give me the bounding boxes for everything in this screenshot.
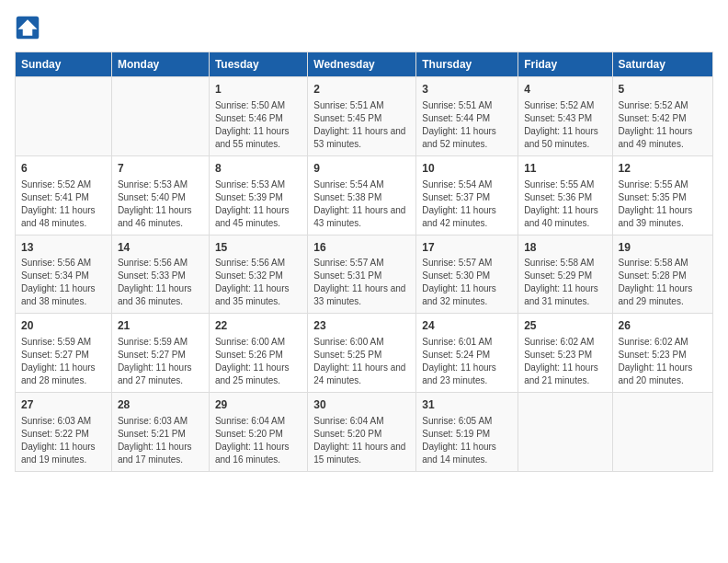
- day-number: 18: [524, 240, 606, 256]
- calendar-cell: 10Sunrise: 5:54 AM Sunset: 5:37 PM Dayli…: [416, 155, 518, 235]
- day-number: 16: [313, 240, 410, 256]
- day-info: Sunrise: 5:52 AM Sunset: 5:42 PM Dayligh…: [619, 99, 707, 151]
- calendar-cell: [16, 77, 112, 156]
- logo: [15, 15, 44, 40]
- column-header-monday: Monday: [111, 52, 209, 77]
- day-number: 8: [215, 161, 301, 177]
- day-number: 10: [422, 161, 512, 177]
- day-info: Sunrise: 6:02 AM Sunset: 5:23 PM Dayligh…: [524, 336, 606, 387]
- calendar-cell: 6Sunrise: 5:52 AM Sunset: 5:41 PM Daylig…: [16, 155, 112, 235]
- calendar-cell: 5Sunrise: 5:52 AM Sunset: 5:42 PM Daylig…: [612, 77, 712, 156]
- day-number: 21: [118, 318, 203, 334]
- day-number: 17: [422, 240, 512, 256]
- calendar-cell: 24Sunrise: 6:01 AM Sunset: 5:24 PM Dayli…: [416, 314, 518, 393]
- day-info: Sunrise: 6:04 AM Sunset: 5:20 PM Dayligh…: [215, 415, 301, 466]
- day-info: Sunrise: 5:50 AM Sunset: 5:46 PM Dayligh…: [215, 99, 301, 151]
- calendar-cell: [612, 393, 712, 472]
- day-number: 4: [524, 82, 606, 98]
- day-info: Sunrise: 5:56 AM Sunset: 5:32 PM Dayligh…: [215, 257, 301, 308]
- day-number: 9: [313, 161, 410, 177]
- calendar-cell: 16Sunrise: 5:57 AM Sunset: 5:31 PM Dayli…: [308, 235, 416, 314]
- calendar-cell: 13Sunrise: 5:56 AM Sunset: 5:34 PM Dayli…: [16, 235, 112, 314]
- day-info: Sunrise: 5:51 AM Sunset: 5:44 PM Dayligh…: [422, 99, 512, 151]
- day-info: Sunrise: 5:58 AM Sunset: 5:29 PM Dayligh…: [524, 257, 606, 308]
- column-header-sunday: Sunday: [16, 52, 112, 77]
- day-info: Sunrise: 5:56 AM Sunset: 5:33 PM Dayligh…: [118, 257, 203, 308]
- day-info: Sunrise: 5:52 AM Sunset: 5:41 PM Dayligh…: [21, 178, 106, 230]
- calendar-cell: 22Sunrise: 6:00 AM Sunset: 5:26 PM Dayli…: [209, 314, 307, 393]
- calendar-cell: 17Sunrise: 5:57 AM Sunset: 5:30 PM Dayli…: [416, 235, 518, 314]
- day-info: Sunrise: 5:59 AM Sunset: 5:27 PM Dayligh…: [118, 336, 203, 387]
- day-number: 29: [215, 397, 301, 413]
- day-number: 20: [21, 318, 106, 334]
- calendar-week-row: 27Sunrise: 6:03 AM Sunset: 5:22 PM Dayli…: [16, 393, 713, 472]
- day-info: Sunrise: 5:57 AM Sunset: 5:30 PM Dayligh…: [422, 257, 512, 308]
- calendar-cell: 27Sunrise: 6:03 AM Sunset: 5:22 PM Dayli…: [16, 393, 112, 472]
- calendar-cell: 26Sunrise: 6:02 AM Sunset: 5:23 PM Dayli…: [612, 314, 712, 393]
- calendar-cell: 30Sunrise: 6:04 AM Sunset: 5:20 PM Dayli…: [308, 393, 416, 472]
- day-info: Sunrise: 5:55 AM Sunset: 5:36 PM Dayligh…: [524, 178, 606, 230]
- day-number: 27: [21, 397, 106, 413]
- day-info: Sunrise: 6:03 AM Sunset: 5:22 PM Dayligh…: [21, 415, 106, 466]
- column-header-wednesday: Wednesday: [308, 52, 416, 77]
- day-info: Sunrise: 6:05 AM Sunset: 5:19 PM Dayligh…: [422, 415, 512, 466]
- day-info: Sunrise: 5:53 AM Sunset: 5:39 PM Dayligh…: [215, 178, 301, 230]
- calendar-cell: 25Sunrise: 6:02 AM Sunset: 5:23 PM Dayli…: [518, 314, 612, 393]
- calendar-cell: 8Sunrise: 5:53 AM Sunset: 5:39 PM Daylig…: [209, 155, 307, 235]
- calendar-week-row: 20Sunrise: 5:59 AM Sunset: 5:27 PM Dayli…: [16, 314, 713, 393]
- calendar-cell: 1Sunrise: 5:50 AM Sunset: 5:46 PM Daylig…: [209, 77, 307, 156]
- day-number: 2: [313, 82, 410, 98]
- calendar-cell: 20Sunrise: 5:59 AM Sunset: 5:27 PM Dayli…: [16, 314, 112, 393]
- calendar-week-row: 13Sunrise: 5:56 AM Sunset: 5:34 PM Dayli…: [16, 235, 713, 314]
- calendar-cell: 12Sunrise: 5:55 AM Sunset: 5:35 PM Dayli…: [612, 155, 712, 235]
- day-number: 14: [118, 240, 203, 256]
- day-number: 12: [619, 161, 707, 177]
- day-number: 19: [619, 240, 707, 256]
- day-info: Sunrise: 5:53 AM Sunset: 5:40 PM Dayligh…: [118, 178, 203, 230]
- day-info: Sunrise: 6:03 AM Sunset: 5:21 PM Dayligh…: [118, 415, 203, 466]
- day-number: 11: [524, 161, 606, 177]
- calendar-header-row: SundayMondayTuesdayWednesdayThursdayFrid…: [16, 52, 713, 77]
- calendar-week-row: 1Sunrise: 5:50 AM Sunset: 5:46 PM Daylig…: [16, 77, 713, 156]
- day-number: 6: [21, 161, 106, 177]
- day-info: Sunrise: 5:57 AM Sunset: 5:31 PM Dayligh…: [313, 257, 410, 308]
- calendar-cell: 14Sunrise: 5:56 AM Sunset: 5:33 PM Dayli…: [111, 235, 209, 314]
- day-number: 24: [422, 318, 512, 334]
- day-info: Sunrise: 6:04 AM Sunset: 5:20 PM Dayligh…: [313, 415, 410, 466]
- calendar-week-row: 6Sunrise: 5:52 AM Sunset: 5:41 PM Daylig…: [16, 155, 713, 235]
- day-number: 22: [215, 318, 301, 334]
- day-info: Sunrise: 6:00 AM Sunset: 5:25 PM Dayligh…: [313, 336, 410, 387]
- day-number: 28: [118, 397, 203, 413]
- day-info: Sunrise: 6:00 AM Sunset: 5:26 PM Dayligh…: [215, 336, 301, 387]
- day-number: 30: [313, 397, 410, 413]
- calendar-cell: [518, 393, 612, 472]
- column-header-thursday: Thursday: [416, 52, 518, 77]
- calendar-cell: 2Sunrise: 5:51 AM Sunset: 5:45 PM Daylig…: [308, 77, 416, 156]
- calendar-cell: 18Sunrise: 5:58 AM Sunset: 5:29 PM Dayli…: [518, 235, 612, 314]
- calendar-cell: 28Sunrise: 6:03 AM Sunset: 5:21 PM Dayli…: [111, 393, 209, 472]
- column-header-tuesday: Tuesday: [209, 52, 307, 77]
- day-info: Sunrise: 5:55 AM Sunset: 5:35 PM Dayligh…: [619, 178, 707, 230]
- column-header-saturday: Saturday: [612, 52, 712, 77]
- calendar-cell: 29Sunrise: 6:04 AM Sunset: 5:20 PM Dayli…: [209, 393, 307, 472]
- day-info: Sunrise: 5:56 AM Sunset: 5:34 PM Dayligh…: [21, 257, 106, 308]
- day-number: 23: [313, 318, 410, 334]
- day-number: 3: [422, 82, 512, 98]
- day-info: Sunrise: 5:51 AM Sunset: 5:45 PM Dayligh…: [313, 99, 410, 151]
- day-number: 31: [422, 397, 512, 413]
- calendar-cell: 15Sunrise: 5:56 AM Sunset: 5:32 PM Dayli…: [209, 235, 307, 314]
- calendar-cell: 7Sunrise: 5:53 AM Sunset: 5:40 PM Daylig…: [111, 155, 209, 235]
- day-number: 25: [524, 318, 606, 334]
- day-number: 13: [21, 240, 106, 256]
- calendar-cell: 11Sunrise: 5:55 AM Sunset: 5:36 PM Dayli…: [518, 155, 612, 235]
- day-info: Sunrise: 5:59 AM Sunset: 5:27 PM Dayligh…: [21, 336, 106, 387]
- day-number: 1: [215, 82, 301, 98]
- page-header: [15, 15, 713, 40]
- calendar-table: SundayMondayTuesdayWednesdayThursdayFrid…: [15, 52, 713, 472]
- day-info: Sunrise: 5:54 AM Sunset: 5:38 PM Dayligh…: [313, 178, 410, 230]
- day-number: 5: [619, 82, 707, 98]
- logo-icon: [15, 15, 40, 40]
- calendar-cell: 23Sunrise: 6:00 AM Sunset: 5:25 PM Dayli…: [308, 314, 416, 393]
- column-header-friday: Friday: [518, 52, 612, 77]
- day-info: Sunrise: 5:52 AM Sunset: 5:43 PM Dayligh…: [524, 99, 606, 151]
